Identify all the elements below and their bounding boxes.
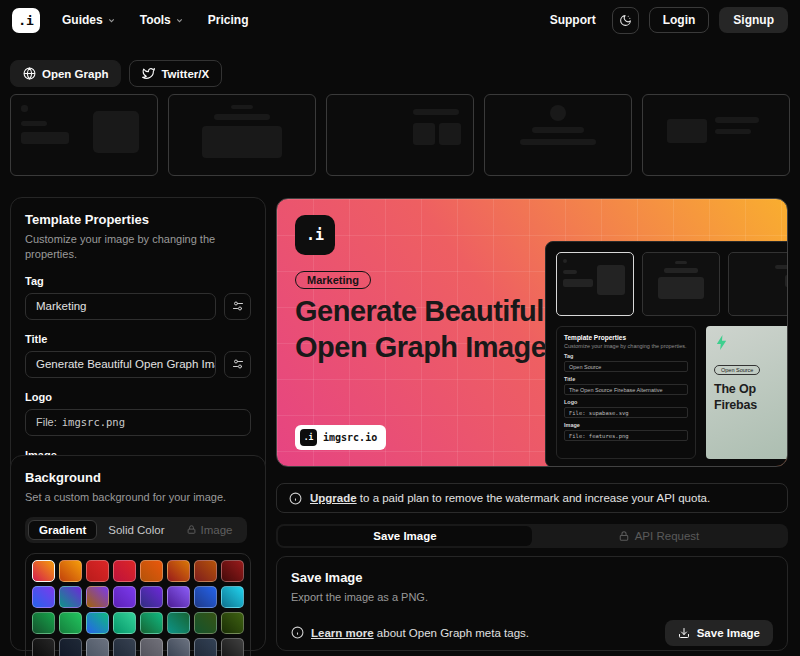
- logo-file-input[interactable]: File: imgsrc.png: [25, 409, 251, 436]
- upgrade-link[interactable]: Upgrade: [310, 492, 357, 504]
- action-tabs: Save Image API Request: [276, 524, 788, 548]
- theme-toggle-button[interactable]: [612, 7, 639, 34]
- tab-label: Image: [201, 524, 233, 536]
- gradient-swatch[interactable]: [167, 560, 190, 582]
- gradient-swatch[interactable]: [32, 560, 55, 582]
- gradient-swatch[interactable]: [221, 560, 244, 582]
- preview-embedded-screenshot: Template Properties Customize your image…: [545, 241, 788, 467]
- tab-label: Twitter/X: [161, 68, 209, 80]
- twitter-bird-icon: [142, 67, 155, 80]
- gradient-swatch[interactable]: [86, 586, 109, 608]
- gradient-swatch[interactable]: [113, 586, 136, 608]
- nav-item-tools[interactable]: Tools: [140, 13, 184, 27]
- gradient-swatch[interactable]: [32, 586, 55, 608]
- save-panel-title: Save Image: [291, 570, 773, 585]
- gradient-swatch[interactable]: [221, 586, 244, 608]
- gradient-swatch[interactable]: [59, 560, 82, 582]
- tab-open-graph[interactable]: Open Graph: [10, 60, 121, 87]
- gradient-swatch[interactable]: [167, 638, 190, 656]
- nav-item-guides[interactable]: Guides: [62, 13, 116, 27]
- info-icon: [289, 492, 302, 505]
- gradient-swatch[interactable]: [221, 638, 244, 656]
- tab-api-request[interactable]: API Request: [532, 526, 786, 546]
- preview-logo: .i: [295, 215, 335, 255]
- tab-label: API Request: [635, 530, 700, 542]
- gradient-swatch[interactable]: [113, 638, 136, 656]
- moon-icon: [619, 14, 632, 27]
- gradient-swatch[interactable]: [59, 612, 82, 634]
- lock-icon: [187, 525, 196, 534]
- gradient-swatch[interactable]: [221, 612, 244, 634]
- globe-icon: [23, 67, 36, 80]
- gradient-swatch[interactable]: [32, 612, 55, 634]
- gradient-swatch[interactable]: [113, 560, 136, 582]
- gradient-swatch[interactable]: [194, 560, 217, 582]
- tag-input[interactable]: Marketing: [25, 293, 216, 320]
- gradient-swatch[interactable]: [86, 612, 109, 634]
- support-link[interactable]: Support: [550, 13, 596, 27]
- mini-logo-label: Logo: [564, 399, 688, 405]
- gradient-swatch[interactable]: [59, 638, 82, 656]
- title-settings-button[interactable]: [224, 351, 251, 378]
- template-thumbnail[interactable]: [10, 94, 158, 176]
- nav-item-pricing[interactable]: Pricing: [208, 13, 249, 27]
- tab-save-image[interactable]: Save Image: [278, 526, 532, 546]
- signup-button[interactable]: Signup: [719, 7, 788, 33]
- save-panel-subtitle: Export the image as a PNG.: [291, 590, 773, 605]
- template-thumbnail[interactable]: [484, 94, 632, 176]
- gradient-swatch-grid: [32, 560, 244, 656]
- gradient-swatch[interactable]: [194, 638, 217, 656]
- gradient-swatch[interactable]: [140, 560, 163, 582]
- save-image-panel: Save Image Export the image as a PNG. Le…: [276, 556, 788, 651]
- mini-template-thumbnail: [556, 252, 634, 316]
- mini-card-badge: Open Source: [714, 365, 760, 375]
- gradient-swatch[interactable]: [140, 586, 163, 608]
- mini-template-thumbnail: [728, 252, 788, 316]
- watermark-logo: .i: [300, 429, 317, 446]
- mini-image-label: Image: [564, 422, 688, 428]
- gradient-swatch[interactable]: [140, 612, 163, 634]
- template-thumbnail[interactable]: [168, 94, 316, 176]
- gradient-swatch[interactable]: [140, 638, 163, 656]
- save-image-button[interactable]: Save Image: [665, 620, 773, 646]
- sliders-icon: [232, 300, 244, 312]
- mini-properties-panel: Template Properties Customize your image…: [556, 326, 696, 459]
- tab-label: Open Graph: [42, 68, 108, 80]
- lock-icon: [619, 531, 629, 541]
- login-button[interactable]: Login: [649, 7, 710, 33]
- gradient-swatch[interactable]: [194, 586, 217, 608]
- preview-title-line1: Generate Beautiful: [295, 295, 544, 327]
- tab-gradient[interactable]: Gradient: [28, 520, 97, 540]
- preview-title-line2: Open Graph Images: [295, 331, 562, 363]
- panel-subtitle: Set a custom background for your image.: [25, 490, 251, 505]
- gradient-swatch[interactable]: [167, 612, 190, 634]
- tab-twitter-x[interactable]: Twitter/X: [129, 60, 222, 87]
- mini-card-title: The Op Firebas: [714, 381, 788, 414]
- gradient-swatch[interactable]: [167, 586, 190, 608]
- background-type-tabs: Gradient Solid Color Image: [25, 517, 247, 543]
- learn-more-link[interactable]: Learn more: [311, 627, 374, 639]
- tab-solid-color[interactable]: Solid Color: [97, 520, 175, 540]
- mini-title-label: Title: [564, 376, 688, 382]
- title-input[interactable]: Generate Beautiful Open Graph Images: [25, 351, 216, 378]
- mini-logo-input: File: supabase.svg: [564, 407, 688, 418]
- title-field-label: Title: [25, 333, 251, 345]
- watermark-text: imgsrc.io: [323, 432, 377, 443]
- supabase-bolt-icon: [714, 335, 788, 350]
- mini-og-card: Open Source The Op Firebas: [706, 326, 788, 459]
- gradient-swatch[interactable]: [194, 612, 217, 634]
- mini-template-strip: [556, 252, 788, 316]
- gradient-swatch[interactable]: [113, 612, 136, 634]
- tag-settings-button[interactable]: [224, 293, 251, 320]
- gradient-swatch[interactable]: [86, 560, 109, 582]
- file-prefix: File:: [36, 416, 57, 428]
- gradient-swatch[interactable]: [59, 586, 82, 608]
- app-logo[interactable]: .i: [12, 8, 40, 33]
- gradient-swatch[interactable]: [86, 638, 109, 656]
- download-icon: [678, 627, 690, 639]
- upgrade-text: Upgrade to a paid plan to remove the wat…: [310, 492, 710, 504]
- template-thumbnail[interactable]: [642, 94, 790, 176]
- tab-image[interactable]: Image: [176, 520, 244, 540]
- template-thumbnail[interactable]: [326, 94, 474, 176]
- gradient-swatch[interactable]: [32, 638, 55, 656]
